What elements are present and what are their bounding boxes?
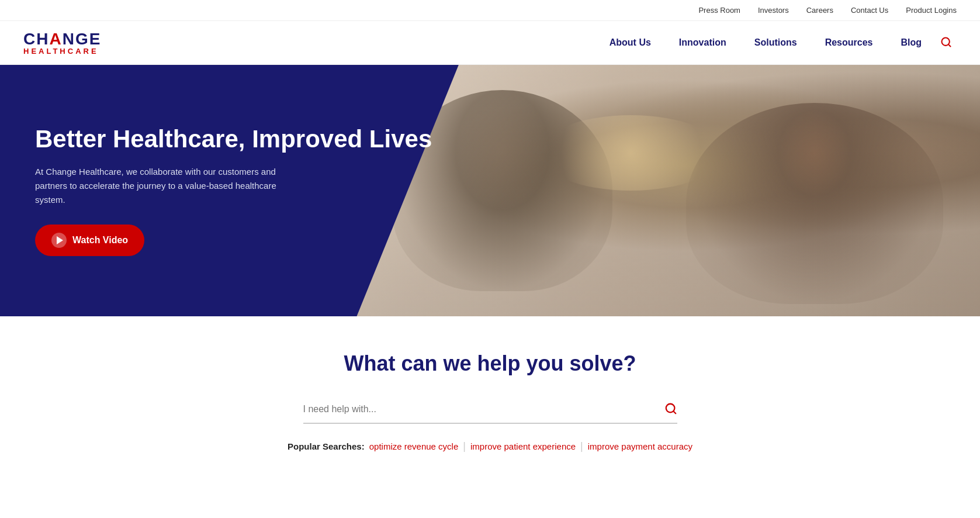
search-icon (940, 36, 952, 48)
nav-blog[interactable]: Blog (886, 21, 936, 64)
search-box (303, 399, 677, 424)
hero: Better Healthcare, Improved Lives At Cha… (0, 65, 980, 316)
top-nav-careers[interactable]: Careers (806, 6, 833, 15)
popular-searches-label: Popular Searches: (288, 441, 365, 451)
logo-a-letter: A (49, 30, 62, 48)
svg-line-1 (948, 44, 951, 46)
nav-search-button[interactable] (936, 32, 957, 54)
separator-1: | (463, 440, 466, 453)
search-section: What can we help you solve? Popular Sear… (0, 316, 980, 482)
popular-link-2[interactable]: improve patient experience (470, 441, 576, 451)
hero-description: At Change Healthcare, we collaborate wit… (35, 165, 292, 207)
svg-line-3 (673, 411, 676, 413)
top-nav: Press Room Investors Careers Contact Us … (0, 0, 980, 21)
play-circle-icon (51, 233, 67, 248)
popular-searches: Popular Searches: optimize revenue cycle… (23, 440, 957, 453)
top-nav-investors[interactable]: Investors (758, 6, 789, 15)
top-nav-press-room[interactable]: Press Room (698, 6, 740, 15)
main-nav-inner: CHANGE HEALTHCARE About Us Innovation So… (0, 21, 980, 65)
logo-healthcare: HEALTHCARE (23, 47, 101, 55)
top-nav-product-logins[interactable]: Product Logins (906, 6, 957, 15)
watch-video-label: Watch Video (72, 235, 128, 246)
top-nav-inner: Press Room Investors Careers Contact Us … (0, 0, 980, 21)
watch-video-button[interactable]: Watch Video (35, 225, 144, 256)
search-input[interactable] (303, 399, 677, 419)
hero-section: Better Healthcare, Improved Lives At Cha… (0, 65, 980, 316)
search-heading: What can we help you solve? (23, 351, 957, 376)
logo-text: CHANGE HEALTHCARE (23, 31, 101, 55)
hero-title: Better Healthcare, Improved Lives (35, 125, 504, 153)
popular-link-1[interactable]: optimize revenue cycle (369, 441, 459, 451)
nav-resources[interactable]: Resources (811, 21, 887, 64)
top-nav-contact-us[interactable]: Contact Us (851, 6, 888, 15)
search-submit-icon (664, 402, 677, 415)
logo-change: CHANGE (23, 30, 101, 48)
main-nav-links: About Us Innovation Solutions Resources … (595, 21, 957, 64)
nav-solutions[interactable]: Solutions (740, 21, 811, 64)
nav-about-us[interactable]: About Us (595, 21, 665, 64)
logo[interactable]: CHANGE HEALTHCARE (23, 22, 101, 64)
hero-content: Better Healthcare, Improved Lives At Cha… (0, 65, 539, 316)
main-nav: CHANGE HEALTHCARE About Us Innovation So… (0, 21, 980, 65)
search-submit-button[interactable] (664, 402, 677, 417)
nav-innovation[interactable]: Innovation (665, 21, 740, 64)
separator-2: | (580, 440, 583, 453)
popular-link-3[interactable]: improve payment accuracy (588, 441, 692, 451)
play-triangle-icon (57, 236, 63, 244)
